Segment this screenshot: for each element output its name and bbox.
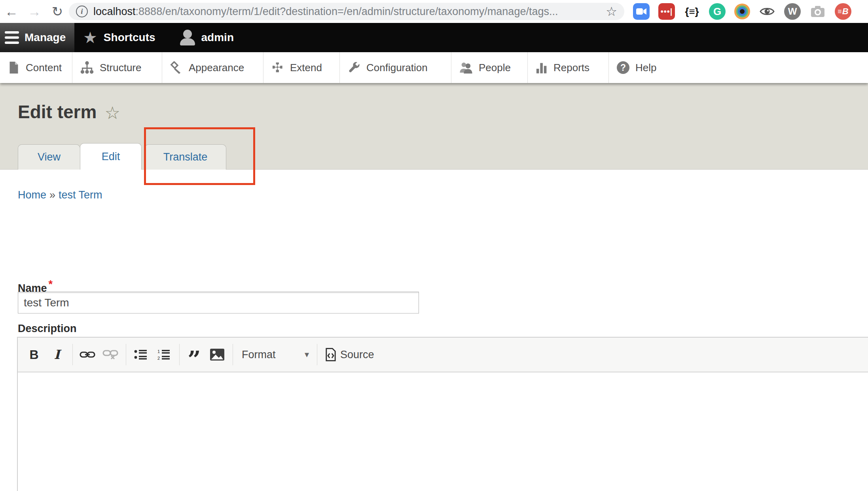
bookmark-star-icon[interactable]: ☆ [606,4,617,19]
menu-item-label: Reports [553,62,589,74]
description-field-label: Description [18,323,77,335]
format-dropdown-label: Format [242,349,305,361]
blockquote-icon: ” [188,345,201,364]
menu-item-structure[interactable]: Structure [72,52,162,83]
editor-content-area[interactable] [18,372,868,491]
video-call-extension-icon[interactable] [633,3,650,20]
url-host: localhost [93,6,136,17]
toolbar-item-shortcuts[interactable]: ★ Shortcuts [74,23,164,52]
menu-item-people[interactable]: People [451,52,528,83]
description-label-text: Description [18,323,77,334]
breadcrumb-separator: » [49,189,55,201]
password-manager-extension-icon[interactable]: •••| [658,3,675,20]
tab-label: Edit [102,151,120,163]
tab-label: View [38,151,61,163]
toolbar-separator [179,344,180,365]
extension-icons: •••| {≡} G W ≡B [633,3,851,20]
numbered-list-icon: 12 [157,349,171,360]
reload-icon[interactable]: ↻ [46,5,69,18]
format-dropdown[interactable]: Format ▾ [238,344,313,365]
menu-item-appearance[interactable]: Appearance [162,52,263,83]
name-input[interactable] [18,292,419,313]
appearance-brush-icon [170,61,183,74]
toolbar-separator [126,344,126,365]
reports-chart-icon [536,61,548,74]
color-picker-extension-icon[interactable] [734,4,750,19]
numbered-list-button[interactable]: 12 [154,344,174,365]
bulleted-list-button[interactable] [131,344,151,365]
extend-puzzle-icon [271,61,284,74]
menu-item-help[interactable]: ? Help [609,52,673,83]
menu-item-label: Structure [100,62,142,74]
content-page-icon [8,61,20,74]
menu-item-extend[interactable]: Extend [263,52,340,83]
unlink-icon [102,349,118,360]
forward-icon[interactable]: → [23,5,46,18]
bold-icon: B [29,347,38,362]
hamburger-icon [5,31,19,44]
link-icon [80,350,95,359]
menu-item-label: People [479,62,511,74]
page-header: View Edit Translate [0,83,868,170]
bulleted-list-icon [134,349,148,360]
toolbar-separator [233,344,233,365]
source-icon [325,348,336,361]
menu-item-reports[interactable]: Reports [528,52,609,83]
admin-user-label: admin [201,31,234,44]
page-title: Edit term☆ [18,101,120,123]
site-info-icon[interactable]: i [76,6,88,17]
user-icon [180,30,195,45]
breadcrumb-home-link[interactable]: Home [18,189,46,201]
source-button-label: Source [340,349,374,361]
italic-icon: I [54,347,60,362]
b-speed-extension-icon[interactable]: ≡B [835,3,851,20]
menu-item-configuration[interactable]: Configuration [340,52,451,83]
screenshot-extension-icon[interactable] [809,3,826,20]
svg-text:1: 1 [157,349,160,354]
unlink-button[interactable] [100,344,120,365]
shortcuts-label: Shortcuts [104,31,155,44]
image-icon [210,348,225,361]
b-speed-lines: ≡ [838,8,842,16]
menu-item-label: Help [635,62,656,74]
image-button[interactable] [207,344,227,365]
menu-item-label: Appearance [189,62,244,74]
favorite-star-icon[interactable]: ☆ [104,103,120,123]
eye-extension-icon[interactable] [759,3,775,20]
tab-view[interactable]: View [18,144,80,170]
grammarly-extension-icon[interactable]: G [709,3,726,20]
help-question-icon: ? [617,61,629,74]
highlight-box-translate-tab [144,127,255,185]
address-bar[interactable]: i localhost:8888/en/taxonomy/term/1/edit… [69,3,624,20]
page-title-text: Edit term [18,102,97,122]
toolbar-item-admin-user[interactable]: admin [171,23,243,52]
menu-item-label: Configuration [366,62,428,74]
back-icon[interactable]: ← [0,5,23,18]
json-viewer-extension-icon[interactable]: {≡} [684,3,700,20]
source-button[interactable]: Source [322,344,377,365]
people-icon [459,61,473,74]
bold-button[interactable]: B [24,344,44,365]
configuration-wrench-icon [348,61,360,74]
browser-chrome: ← → ↻ i localhost:8888/en/taxonomy/term/… [0,0,868,23]
blockquote-button[interactable]: ” [184,344,204,365]
svg-text:2: 2 [157,356,160,360]
menu-item-label: Content [26,62,62,74]
wave-extension-icon[interactable]: W [784,3,801,20]
link-button[interactable] [78,344,97,365]
toolbar-item-manage[interactable]: Manage [0,23,74,52]
b-speed-letter: B [842,6,849,17]
menu-item-content[interactable]: Content [0,52,72,83]
url-text[interactable]: localhost:8888/en/taxonomy/term/1/edit?d… [93,6,601,18]
toolbar-separator [317,344,317,365]
breadcrumb-current-link[interactable]: test Term [59,189,102,201]
required-marker: * [49,278,53,290]
structure-sitemap-icon [80,61,94,74]
italic-button[interactable]: I [47,344,67,365]
breadcrumb: Home»test Term [18,189,102,201]
toolbar-separator [72,344,73,365]
drupal-admin-toolbar: Manage ★ Shortcuts admin [0,23,868,52]
description-rich-text-editor: B I 12 ” Format ▾ Source [17,337,868,491]
tab-edit[interactable]: Edit [80,143,142,170]
editor-toolbar: B I 12 ” Format ▾ Source [18,338,868,372]
